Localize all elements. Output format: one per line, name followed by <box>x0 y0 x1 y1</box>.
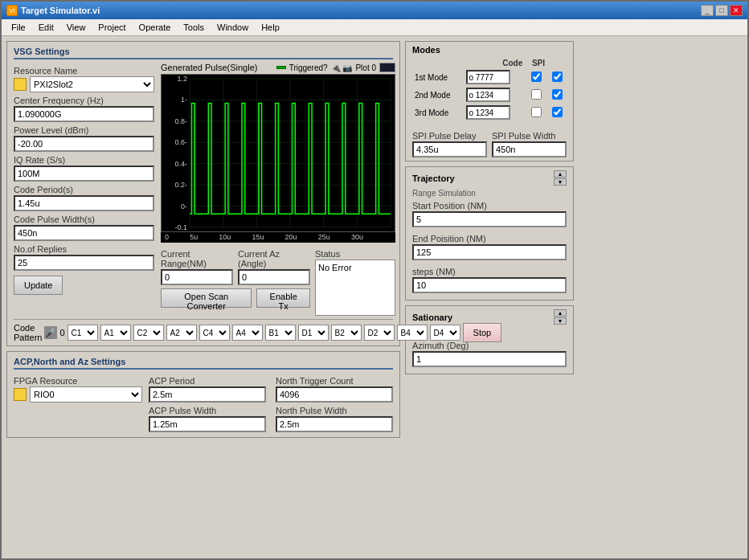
no-replies-input[interactable] <box>14 255 154 271</box>
title-bar-left: VI Target Simulator.vi <box>6 5 100 16</box>
menu-window[interactable]: Window <box>211 21 255 34</box>
close-button[interactable]: ✕ <box>730 5 743 16</box>
stat-spin-down[interactable]: ▼ <box>554 317 567 325</box>
code-b4[interactable]: B4 ▼ <box>397 325 428 341</box>
mode-3-code-input[interactable] <box>466 105 510 120</box>
x-label-25u: 25u <box>318 233 330 241</box>
iq-rate-input[interactable] <box>14 166 154 182</box>
maximize-button[interactable]: □ <box>715 5 728 16</box>
spi-delay-group: SPI Pulse Delay <box>412 128 487 157</box>
north-pulse-label: North Pulse Width <box>276 406 393 415</box>
status-area: Current Range(NM) Current Az (Angle) <box>161 246 395 316</box>
chart-title: Generated Pulse(Single) <box>161 63 257 72</box>
enable-tx-button[interactable]: Enable Tx <box>256 288 310 308</box>
mode-3-spi-cell <box>547 104 567 121</box>
mode-2-code-cell <box>464 86 526 104</box>
code-d4[interactable]: D4 ▼ <box>430 325 460 341</box>
mode-1-checkbox[interactable] <box>531 72 542 82</box>
code-c1[interactable]: C1 ▼ <box>68 325 98 341</box>
chart-icons: 🔌 📷 <box>331 63 353 72</box>
start-pos-label: Start Position (NM) <box>412 201 567 211</box>
steps-input[interactable] <box>412 277 567 293</box>
menu-operate[interactable]: Operate <box>133 21 178 34</box>
status-group: Status No Error <box>315 246 395 316</box>
acp-fields-col: ACP Period ACP Pulse Width North Trigger… <box>149 373 393 432</box>
start-pos-input[interactable] <box>412 211 567 227</box>
north-pulse-input[interactable] <box>276 416 393 432</box>
x-label-0: 0 <box>165 233 169 241</box>
fpga-select[interactable]: RIO0 <box>30 386 142 403</box>
mode-row-2: 2nd Mode <box>412 86 567 104</box>
x-label-20u: 20u <box>285 233 297 241</box>
mode-3-code-cell <box>464 104 526 121</box>
mode-2-spi-checkbox[interactable] <box>552 89 563 100</box>
north-trigger-input[interactable] <box>276 386 393 403</box>
code-c2[interactable]: C2 ▼ <box>133 325 164 341</box>
mode-1-code-input[interactable] <box>466 70 510 84</box>
minimize-button[interactable]: _ <box>701 5 714 16</box>
range-az-row: Current Range(NM) Current Az (Angle) <box>161 246 310 285</box>
mode-2-checkbox[interactable] <box>531 89 542 100</box>
vsg-chart-area: Generated Pulse(Single) Triggered? 🔌 📷 P… <box>161 63 395 316</box>
x-label-30u: 30u <box>351 233 363 241</box>
modes-box: Modes Code SPI 1st Mode <box>405 41 574 161</box>
code-b1[interactable]: B1 ▼ <box>265 325 296 341</box>
window-title: Target Simulator.vi <box>21 6 100 15</box>
menu-file[interactable]: File <box>5 21 32 34</box>
plot-label: Plot 0 <box>355 63 376 72</box>
menu-view[interactable]: View <box>60 21 92 34</box>
modes-th-spi: SPI <box>525 58 547 68</box>
resource-row: ⚡ PXI2Slot2 <box>14 76 154 92</box>
azimuth-input[interactable] <box>412 351 567 367</box>
code-a1[interactable]: A1 ▼ <box>100 325 131 341</box>
menu-project[interactable]: Project <box>92 21 132 34</box>
update-button[interactable]: Update <box>14 276 63 295</box>
range-az-group: Current Range(NM) Current Az (Angle) <box>161 246 310 308</box>
resource-select[interactable]: PXI2Slot2 <box>30 76 154 92</box>
code-c4[interactable]: C4 ▼ <box>199 325 230 341</box>
triggered-badge <box>276 66 286 69</box>
code-pulse-input[interactable] <box>14 225 154 241</box>
acp-period-label: ACP Period <box>149 376 266 386</box>
vsg-settings-box: VSG Settings Resource Name ⚡ PXI2Slot2 <box>6 41 400 346</box>
menu-bar: File Edit View Project Operate Tools Win… <box>2 19 747 36</box>
traj-spin-up[interactable]: ▲ <box>554 170 567 178</box>
traj-spin-down[interactable]: ▼ <box>554 178 567 186</box>
mode-1-spi-checkbox[interactable] <box>552 72 563 82</box>
code-b2[interactable]: B2 ▼ <box>331 325 362 341</box>
acp-pulse-input[interactable] <box>149 416 266 432</box>
status-label: Status <box>315 249 395 259</box>
spi-delay-input[interactable] <box>412 141 487 157</box>
end-pos-input[interactable] <box>412 244 567 260</box>
acp-period-input[interactable] <box>149 386 266 403</box>
code-a4[interactable]: A4 ▼ <box>232 325 263 341</box>
stat-spin-up[interactable]: ▲ <box>554 309 567 317</box>
spi-row: SPI Pulse Delay SPI Pulse Width <box>412 128 567 157</box>
spi-width-input[interactable] <box>492 141 567 157</box>
power-level-input[interactable] <box>14 136 154 152</box>
resource-icon: ⚡ <box>14 78 27 91</box>
mode-3-spi-checkbox[interactable] <box>552 107 563 117</box>
chart-controls: Triggered? 🔌 📷 Plot 0 <box>276 63 395 72</box>
fpga-icon: ⚡ <box>14 388 27 401</box>
center-freq-input[interactable] <box>14 106 154 122</box>
menu-help[interactable]: Help <box>255 21 286 34</box>
power-level-label: Power Level (dBm) <box>14 125 154 135</box>
code-a2[interactable]: A2 ▼ <box>166 325 197 341</box>
code-d2[interactable]: D2 ▼ <box>364 325 395 341</box>
x-label-15u: 15u <box>252 233 264 241</box>
current-az-input[interactable] <box>238 269 310 285</box>
trajectory-label: Trajectory <box>412 174 455 183</box>
mode-1-code-cell <box>464 68 526 86</box>
stop-button[interactable]: Stop <box>463 323 502 342</box>
code-period-input[interactable] <box>14 195 154 211</box>
menu-tools[interactable]: Tools <box>177 21 211 34</box>
current-range-input[interactable] <box>161 269 233 285</box>
mode-3-checkbox[interactable] <box>531 107 542 117</box>
code-d1[interactable]: D1 ▼ <box>298 325 329 341</box>
no-replies-label: No.of Replies <box>14 244 154 254</box>
open-scan-button[interactable]: Open Scan Converter <box>161 288 252 308</box>
mode-2-code-input[interactable] <box>466 88 510 102</box>
current-range-label: Current Range(NM) <box>161 249 233 268</box>
menu-edit[interactable]: Edit <box>32 21 60 34</box>
